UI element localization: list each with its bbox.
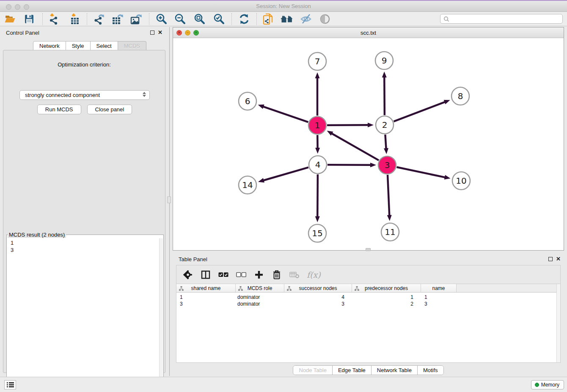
column-header-name[interactable]: name [421,284,457,293]
cell-successor-nodes[interactable]: 4 [284,293,352,301]
column-header-predecessor-nodes[interactable]: predecessor nodes [352,284,421,293]
zoom-in-icon[interactable] [155,13,168,25]
network-canvas[interactable]: 7968124314101511 [173,38,564,250]
table-settings-icon[interactable] [182,269,193,280]
open-file-icon[interactable] [3,13,16,25]
network-split-grip[interactable] [366,248,371,251]
add-column-icon[interactable] [253,269,264,280]
mcds-result-scrollbar[interactable] [159,238,163,392]
tab-edge-table[interactable]: Edge Table [333,366,372,375]
search-box [440,14,563,24]
close-panel-icon[interactable]: ✕ [158,30,162,35]
import-network-icon[interactable] [48,13,61,25]
zoom-fit-icon[interactable] [193,13,206,25]
close-window-button[interactable] [6,4,11,10]
table-scrollbar[interactable] [556,284,560,362]
tab-node-table[interactable]: Node Table [293,366,333,375]
node-table: shared name MCDS role successor nodes pr… [176,284,561,363]
select-stepper-icon [143,92,146,97]
graph-node-label: 7 [315,56,320,66]
search-input[interactable] [450,15,556,23]
graph-edge-2-9[interactable] [384,76,385,115]
cell-mcds-role[interactable]: dominator [236,293,284,301]
delete-column-icon[interactable] [271,269,282,280]
graph-edge-1-2[interactable] [327,125,369,125]
tab-style[interactable]: Style [66,41,91,50]
refresh-icon[interactable] [238,13,250,25]
toolbar-separator [87,13,87,25]
network-maximize-button[interactable]: + [193,30,199,36]
minimize-window-button[interactable] [15,4,20,10]
cell-name[interactable]: 1 [421,293,457,301]
mcds-result-text[interactable]: 1 3 [8,239,158,392]
home-icon[interactable] [280,13,295,25]
graph-node-label: 9 [382,55,387,66]
application-window: Session: New Session [0,0,567,392]
table-row[interactable]: 1 dominator 4 1 1 [176,293,457,301]
task-history-button[interactable] [4,380,16,389]
cell-predecessor-nodes[interactable]: 2 [352,300,421,307]
select-all-icon[interactable] [218,269,229,280]
graph-edge-3-1[interactable] [331,133,379,160]
graph-node-label: 4 [315,160,321,170]
mcds-result-title: MCDS result (2 nodes) [8,232,66,238]
tab-select[interactable]: Select [91,41,118,50]
graph-edge-4-15[interactable] [317,174,318,218]
cell-mcds-role[interactable]: dominator [236,300,284,307]
cell-shared-name[interactable]: 3 [176,300,236,307]
export-table-icon[interactable] [112,13,124,25]
column-header-shared-name[interactable]: shared name [176,284,236,293]
tab-mcds[interactable]: MCDS [118,41,146,50]
export-image-icon[interactable] [130,13,143,25]
titlebar[interactable]: Session: New Session [0,1,567,12]
show-column-panel-icon[interactable] [200,269,211,280]
cell-predecessor-nodes[interactable]: 1 [352,293,421,301]
run-mcds-button[interactable]: Run MCDS [37,105,81,114]
save-session-icon[interactable] [23,13,36,25]
zoom-selected-icon[interactable] [213,13,226,25]
network-minimize-button[interactable]: − [185,30,190,36]
panel-divider-grip[interactable] [167,196,171,203]
column-header-successor-nodes[interactable]: successor nodes [284,284,352,293]
table-row[interactable]: 3 dominator 3 2 3 [176,300,457,307]
optimization-criterion-select[interactable]: strongly connected component [19,90,150,100]
graph-edge-4-3[interactable] [328,165,372,165]
float-panel-icon[interactable] [150,30,154,35]
graph-edge-1-6[interactable] [262,106,308,122]
hide-graphics-details-icon[interactable] [300,13,313,25]
tab-network-table[interactable]: Network Table [372,366,418,375]
copy-network-icon[interactable] [262,13,275,25]
graph-edge-3-10[interactable] [397,167,446,178]
control-panel-tabs: Network Style Select MCDS [33,41,146,50]
zoom-window-button[interactable] [24,4,29,10]
function-builder-icon: f(x) [307,269,321,280]
float-table-panel-icon[interactable] [548,257,553,261]
cell-name[interactable]: 3 [421,300,457,307]
deselect-all-icon[interactable] [236,269,247,280]
zoom-out-icon[interactable] [174,13,187,25]
close-table-panel-icon[interactable]: ✕ [556,256,561,262]
control-panel: Control Panel ✕ Network Style Select MCD… [0,27,168,376]
table-panel: Table Panel ✕ [173,254,564,376]
column-header-mcds-role[interactable]: MCDS role [236,284,284,293]
close-panel-button[interactable]: Close panel [87,105,132,114]
cell-shared-name[interactable]: 1 [176,293,236,301]
graph-edge-arrowhead [327,131,333,136]
memory-button[interactable]: Memory [531,380,564,389]
selected-criterion: strongly connected component [25,92,100,98]
graph-edge-2-3[interactable] [385,135,386,149]
graph-edge-3-11[interactable] [388,175,389,216]
import-table-icon[interactable] [69,13,82,25]
cell-successor-nodes[interactable]: 3 [284,300,352,307]
graph-edge-arrowhead [258,178,264,183]
graph-edge-2-8[interactable] [394,102,446,121]
network-close-button[interactable]: ✕ [176,30,182,36]
tab-motifs[interactable]: Motifs [418,366,443,375]
tab-network[interactable]: Network [33,41,66,50]
network-window-titlebar[interactable]: ✕ − + scc.txt [173,28,564,38]
table-toolbar: f(x) [176,265,561,284]
list-icon [7,382,14,388]
graph-edge-4-14[interactable] [263,167,308,180]
show-graphics-details-icon[interactable] [319,13,331,25]
export-network-icon[interactable] [93,13,106,25]
